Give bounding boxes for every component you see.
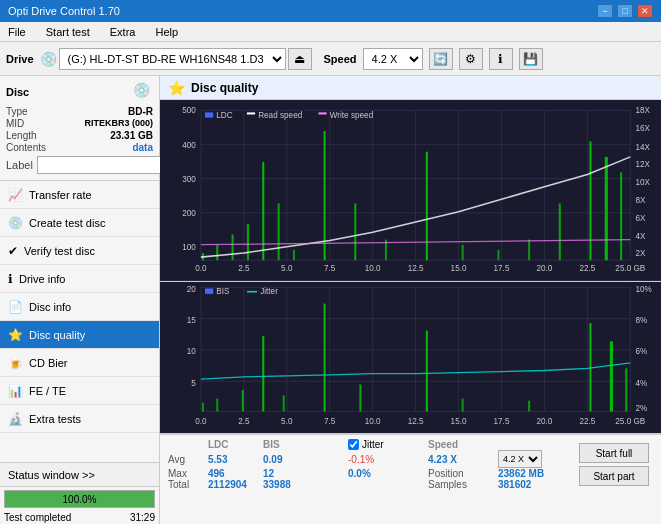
svg-text:10X: 10X bbox=[635, 178, 650, 187]
svg-text:7.5: 7.5 bbox=[324, 416, 336, 426]
svg-rect-110 bbox=[426, 330, 428, 411]
save-button[interactable]: 💾 bbox=[519, 48, 543, 70]
speed-select[interactable]: 4.2 X bbox=[363, 48, 423, 70]
drive-select[interactable]: (G:) HL-DT-ST BD-RE WH16NS48 1.D3 bbox=[59, 48, 286, 70]
svg-text:17.5: 17.5 bbox=[494, 264, 510, 273]
svg-rect-107 bbox=[283, 395, 285, 411]
minimize-button[interactable]: − bbox=[597, 4, 613, 18]
start-part-button[interactable]: Start part bbox=[579, 466, 649, 486]
contents-key: Contents bbox=[6, 142, 46, 153]
svg-text:2.5: 2.5 bbox=[238, 416, 250, 426]
svg-rect-106 bbox=[262, 336, 264, 412]
svg-text:22.5: 22.5 bbox=[579, 264, 595, 273]
svg-text:500: 500 bbox=[182, 106, 196, 115]
svg-text:12.5: 12.5 bbox=[408, 416, 424, 426]
svg-rect-108 bbox=[324, 304, 326, 412]
disc-section-title: Disc bbox=[6, 86, 29, 98]
drive-icon: 💿 bbox=[40, 51, 57, 67]
status-message: Test completed bbox=[4, 512, 71, 523]
nav-icon-fe-te: 📊 bbox=[8, 384, 23, 398]
settings-button[interactable]: ⚙ bbox=[459, 48, 483, 70]
nav-item-transfer-rate[interactable]: 📈Transfer rate bbox=[0, 181, 159, 209]
svg-text:14X: 14X bbox=[635, 143, 650, 152]
nav-icon-disc-quality: ⭐ bbox=[8, 328, 23, 342]
samples-val: 381602 bbox=[498, 479, 544, 490]
max-ldc: 496 bbox=[208, 468, 263, 479]
nav-icon-create-test-disc: 💿 bbox=[8, 216, 23, 230]
nav-item-verify-test-disc[interactable]: ✔Verify test disc bbox=[0, 237, 159, 265]
close-button[interactable]: ✕ bbox=[637, 4, 653, 18]
nav-label-create-test-disc: Create test disc bbox=[29, 217, 105, 229]
label-input[interactable] bbox=[37, 156, 170, 174]
svg-rect-58 bbox=[605, 157, 608, 260]
sidebar: Disc 💿 Type BD-R MID RITEKBR3 (000) Leng… bbox=[0, 76, 160, 524]
svg-text:15.0: 15.0 bbox=[451, 416, 467, 426]
dq-icon: ⭐ bbox=[168, 80, 185, 96]
svg-text:200: 200 bbox=[182, 209, 196, 218]
svg-rect-116 bbox=[205, 288, 213, 293]
action-buttons: Start full Start part bbox=[575, 439, 653, 490]
info-button[interactable]: ℹ bbox=[489, 48, 513, 70]
menu-extra[interactable]: Extra bbox=[106, 25, 140, 39]
window-controls: − □ ✕ bbox=[597, 4, 653, 18]
svg-text:10%: 10% bbox=[635, 283, 652, 293]
status-bar: Status window >> 100.0% Test completed 3… bbox=[0, 462, 159, 524]
nav-item-extra-tests[interactable]: 🔬Extra tests bbox=[0, 405, 159, 433]
svg-text:0.0: 0.0 bbox=[195, 416, 207, 426]
speed-select-stats[interactable]: 4.2 X bbox=[498, 450, 542, 468]
svg-rect-111 bbox=[462, 398, 464, 411]
svg-rect-43 bbox=[216, 245, 218, 261]
maximize-button[interactable]: □ bbox=[617, 4, 633, 18]
mid-val: RITEKBR3 (000) bbox=[84, 118, 153, 129]
title-bar: Opti Drive Control 1.70 − □ ✕ bbox=[0, 0, 661, 22]
nav-label-verify-test-disc: Verify test disc bbox=[24, 245, 95, 257]
svg-text:17.5: 17.5 bbox=[494, 416, 510, 426]
svg-rect-48 bbox=[293, 250, 295, 260]
svg-text:400: 400 bbox=[182, 141, 196, 150]
svg-text:LDC: LDC bbox=[216, 111, 232, 120]
menu-start-test[interactable]: Start test bbox=[42, 25, 94, 39]
nav-icon-drive-info: ℹ bbox=[8, 272, 13, 286]
svg-rect-64 bbox=[318, 112, 326, 114]
jitter-checkbox[interactable] bbox=[348, 439, 359, 450]
svg-text:5.0: 5.0 bbox=[281, 416, 293, 426]
avg-jitter: -0.1% bbox=[348, 450, 428, 468]
svg-text:8X: 8X bbox=[635, 196, 646, 205]
type-key: Type bbox=[6, 106, 28, 117]
start-full-button[interactable]: Start full bbox=[579, 443, 649, 463]
total-ldc: 2112904 bbox=[208, 479, 263, 490]
nav-label-disc-info: Disc info bbox=[29, 301, 71, 313]
chart2-container: 20 15 10 5 10% 8% 6% 4% 2% 0.0 2.5 5.0 7… bbox=[160, 282, 661, 434]
svg-rect-54 bbox=[497, 250, 499, 260]
svg-text:10.0: 10.0 bbox=[365, 416, 381, 426]
menu-file[interactable]: File bbox=[4, 25, 30, 39]
nav-item-fe-te[interactable]: 📊FE / TE bbox=[0, 377, 159, 405]
svg-rect-109 bbox=[359, 384, 361, 411]
eject-button[interactable]: ⏏ bbox=[288, 48, 312, 70]
stats-table: LDC BIS Jitter Speed Avg bbox=[168, 439, 544, 490]
status-window-button[interactable]: Status window >> bbox=[0, 463, 159, 487]
nav-icon-verify-test-disc: ✔ bbox=[8, 244, 18, 258]
svg-text:2X: 2X bbox=[635, 249, 646, 258]
refresh-button[interactable]: 🔄 bbox=[429, 48, 453, 70]
nav-item-drive-info[interactable]: ℹDrive info bbox=[0, 265, 159, 293]
svg-text:100: 100 bbox=[182, 243, 196, 252]
menu-help[interactable]: Help bbox=[151, 25, 182, 39]
nav-item-create-test-disc[interactable]: 💿Create test disc bbox=[0, 209, 159, 237]
svg-text:25.0 GB: 25.0 GB bbox=[615, 416, 645, 426]
nav-item-disc-info[interactable]: 📄Disc info bbox=[0, 293, 159, 321]
avg-ldc: 5.53 bbox=[208, 450, 263, 468]
svg-text:4%: 4% bbox=[635, 377, 647, 387]
avg-bis: 0.09 bbox=[263, 450, 318, 468]
svg-text:12X: 12X bbox=[635, 160, 650, 169]
nav-item-cd-bier[interactable]: 🍺CD Bier bbox=[0, 349, 159, 377]
nav-item-disc-quality[interactable]: ⭐Disc quality bbox=[0, 321, 159, 349]
disc-panel: Disc 💿 Type BD-R MID RITEKBR3 (000) Leng… bbox=[0, 76, 159, 181]
dq-title: Disc quality bbox=[191, 81, 258, 95]
svg-rect-114 bbox=[610, 341, 613, 411]
svg-rect-66 bbox=[160, 282, 661, 433]
svg-rect-47 bbox=[278, 203, 280, 260]
label-key: Label bbox=[6, 159, 33, 171]
position-val: 23862 MB bbox=[498, 468, 544, 479]
length-val: 23.31 GB bbox=[110, 130, 153, 141]
